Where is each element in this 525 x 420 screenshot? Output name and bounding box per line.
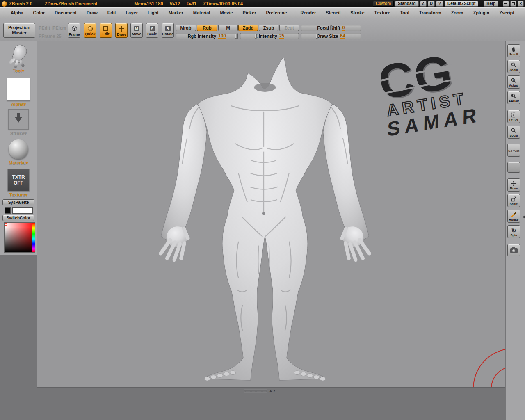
face-stat: F▸91 [187, 1, 196, 7]
standard-ui-button[interactable]: Standard [395, 1, 418, 7]
draw-size-slider[interactable]: Draw Size 64 [301, 33, 361, 39]
alpha-palette-label[interactable]: Alpha▾ [0, 102, 37, 107]
zsub-button[interactable]: Zsub [259, 25, 278, 31]
scrollbar-track[interactable] [244, 389, 267, 393]
scale-chip-icon: S [150, 26, 155, 31]
rgb-intensity-slider[interactable]: Rgb Intensity 100 [176, 33, 238, 39]
spin-button[interactable]: ↻ Spin [507, 225, 520, 238]
current-stroke-thumbnail[interactable] [0, 109, 37, 130]
default-zscript-button[interactable]: DefaultZScript [445, 1, 478, 7]
menu-render[interactable]: Render [300, 10, 316, 15]
menu-marker[interactable]: Marker [169, 10, 183, 15]
color-picker[interactable] [4, 222, 35, 253]
horizontal-scrollbar[interactable]: ▲ ▼ [244, 388, 276, 393]
z-intensity-label: Z Intensity [255, 34, 277, 39]
secondary-color-swatch[interactable] [5, 207, 11, 214]
tool-palette-label[interactable]: Tool▾ [0, 68, 37, 73]
spin-arrow-icon: ↻ [511, 228, 516, 233]
projection-master-button[interactable]: Projection Master [3, 23, 35, 38]
menu-zscript[interactable]: Zscript [499, 10, 514, 15]
menu-picker[interactable]: Picker [243, 10, 256, 15]
scale-button[interactable]: S Scale [146, 23, 158, 38]
d-button[interactable]: D [428, 1, 435, 7]
menu-alpha[interactable]: Alpha [11, 10, 23, 15]
menu-material[interactable]: Material [193, 10, 210, 15]
scale-canvas-button[interactable]: Scale [507, 194, 520, 207]
focal-shift-slider[interactable]: Focal Shift 0 [301, 25, 361, 31]
menu-texture[interactable]: Texture [374, 10, 390, 15]
z-button[interactable]: Z [420, 1, 427, 7]
app-title: ZBrush 2.0 [9, 1, 32, 6]
zoom-button[interactable]: Zoom [507, 60, 520, 73]
menu-color[interactable]: Color [33, 10, 45, 15]
local-button[interactable]: Local [507, 126, 520, 139]
current-tool-thumbnail[interactable] [0, 43, 37, 68]
move-button[interactable]: M Move [130, 23, 143, 38]
menu-zplugin[interactable]: Zplugin [473, 10, 490, 15]
dropdown-icon: ▾ [26, 160, 28, 165]
rgb-button[interactable]: Rgb [197, 25, 217, 31]
menu-draw[interactable]: Draw [87, 10, 98, 15]
scroll-down-icon[interactable]: ▼ [273, 389, 276, 393]
help-button[interactable]: Help [484, 1, 498, 7]
actual-size-button[interactable]: 1 Actual [507, 75, 520, 89]
camera-icon [510, 248, 518, 253]
panel-resize-handle[interactable] [521, 214, 524, 220]
primary-color-swatch[interactable] [12, 207, 33, 214]
menu-light[interactable]: Light [148, 10, 159, 15]
mrgb-button[interactable]: Mrgb [176, 25, 196, 31]
current-texture-thumbnail[interactable]: TXTROFF [0, 169, 37, 191]
syspalette-button[interactable]: SysPalette [2, 199, 34, 205]
draw-button[interactable]: Draw [115, 23, 128, 38]
edit-button[interactable]: Edit [100, 23, 112, 38]
frame-button[interactable]: Frame [68, 23, 80, 38]
document-canvas[interactable]: CG ARTIST SAMAR [37, 41, 505, 388]
scale-arrow-icon [511, 196, 517, 202]
scroll-up-icon[interactable]: ▲ [269, 389, 272, 393]
menu-preferences[interactable]: Preferenc... [266, 10, 291, 15]
hue-strip[interactable] [32, 223, 35, 252]
snapshot-button[interactable] [507, 244, 520, 256]
menu-bar: Alpha Color Document Draw Edit Layer Lig… [0, 7, 525, 18]
material-palette-label[interactable]: Material▾ [0, 160, 37, 166]
menu-movie[interactable]: Movie [220, 10, 233, 15]
quick-button[interactable]: Quick [84, 23, 96, 38]
menu-stencil[interactable]: Stencil [326, 10, 340, 15]
minimize-button[interactable] [503, 1, 509, 7]
menu-edit[interactable]: Edit [107, 10, 116, 15]
move-canvas-button[interactable]: Move [507, 178, 520, 192]
switchcolor-button[interactable]: SwitchColor [2, 215, 34, 221]
rotate-button[interactable]: R Rotate [162, 23, 174, 38]
dropdown-icon: ▾ [24, 102, 26, 107]
edit-marquee-icon [103, 26, 108, 31]
scroll-button[interactable]: Scroll [507, 44, 520, 57]
slider-notch[interactable] [330, 25, 332, 30]
menu-tool[interactable]: Tool [400, 10, 409, 15]
menu-document[interactable]: Document [55, 10, 77, 15]
scrollbar-arrows[interactable]: ▲ ▼ [269, 389, 276, 393]
set-pivot-button[interactable]: S.Pivot [507, 144, 520, 157]
slider-notch[interactable] [255, 34, 257, 39]
move-label: Move [132, 32, 141, 36]
current-material-thumbnail[interactable] [0, 139, 37, 159]
menu-transform[interactable]: Transform [419, 10, 441, 15]
menu-layer[interactable]: Layer [126, 10, 138, 15]
menu-zoom[interactable]: Zoom [451, 10, 463, 15]
aahalf-button[interactable]: AAHalf [507, 91, 520, 104]
rotate-label: Rotate [162, 32, 173, 36]
quick-help-button[interactable]: ? [436, 1, 443, 7]
slider-notch[interactable] [235, 34, 237, 39]
slider-notch[interactable] [316, 34, 318, 39]
close-button[interactable]: × [518, 1, 524, 7]
current-alpha-thumbnail[interactable] [0, 78, 37, 101]
zadd-button[interactable]: Zadd [238, 25, 258, 31]
menu-stroke[interactable]: Stroke [350, 10, 364, 15]
stroke-palette-label: Stroke▾ [0, 131, 37, 136]
rotate-canvas-button[interactable]: Rotate [507, 210, 520, 223]
point-selection-button[interactable]: Pt Sel [507, 110, 520, 123]
custom-ui-button[interactable]: Custom [373, 1, 394, 7]
z-intensity-slider[interactable]: Z Intensity 25 [240, 33, 299, 39]
restore-button[interactable] [510, 1, 516, 7]
m-button[interactable]: M [218, 25, 238, 31]
texture-palette-label[interactable]: Texture▾ [0, 192, 37, 198]
